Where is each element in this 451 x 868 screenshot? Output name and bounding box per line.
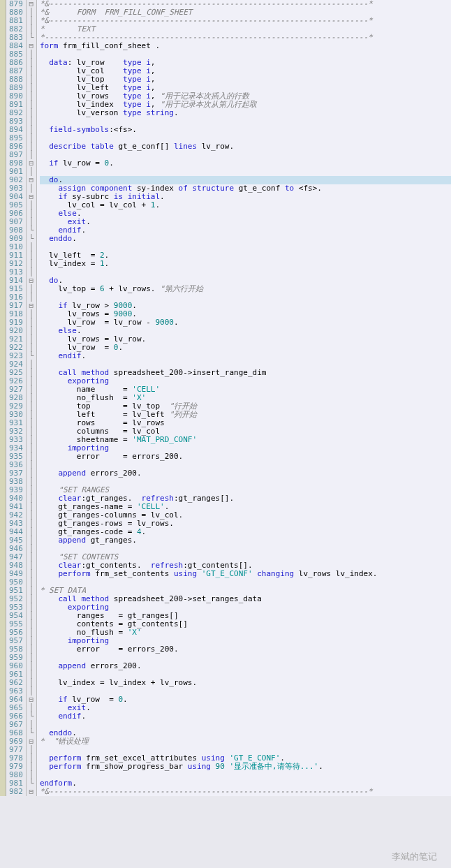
code-line[interactable] bbox=[40, 578, 451, 587]
code-line[interactable]: append gt_ranges. bbox=[40, 536, 451, 545]
code-line[interactable]: form frm_fill_conf_sheet . bbox=[40, 42, 451, 50]
left-bar bbox=[0, 0, 6, 796]
code-line[interactable]: lv_row = 0. bbox=[40, 344, 451, 352]
code-line[interactable]: error = errors_200. bbox=[40, 645, 451, 654]
code-line[interactable]: lv_top = 6 + lv_rows. "第六行开始 bbox=[40, 285, 451, 293]
code-area[interactable]: *&--------------------------------------… bbox=[37, 0, 451, 796]
code-line[interactable]: *&--------------------------------------… bbox=[40, 788, 451, 796]
code-line[interactable]: enddo. bbox=[40, 235, 451, 243]
code-line[interactable]: enddo. bbox=[40, 729, 451, 737]
code-line[interactable] bbox=[40, 168, 451, 176]
code-line[interactable] bbox=[40, 721, 451, 729]
code-line[interactable]: describe table gt_e_conf[] lines lv_row. bbox=[40, 142, 451, 151]
code-line[interactable]: append errors_200. bbox=[40, 469, 451, 478]
code-line[interactable]: *&--------------------------------------… bbox=[40, 17, 451, 25]
code-line[interactable]: lv_verson type string. bbox=[40, 109, 451, 117]
line-number: 982 bbox=[9, 788, 23, 796]
fold-marker[interactable]: ⊟ bbox=[27, 788, 36, 796]
code-line[interactable]: perform frm_show_progress_bar using 90 '… bbox=[40, 763, 451, 771]
code-line[interactable]: exit. bbox=[40, 218, 451, 226]
code-line[interactable]: field-symbols:<fs>. bbox=[40, 126, 451, 134]
code-line[interactable]: endif. bbox=[40, 712, 451, 721]
line-number-gutter: 8798808818828838848858868878888898908918… bbox=[6, 0, 27, 796]
code-line[interactable]: endif. bbox=[40, 352, 451, 360]
code-line[interactable]: lv_row = lv_row - 9000. bbox=[40, 318, 451, 327]
code-line[interactable]: endif. bbox=[40, 226, 451, 235]
code-line[interactable] bbox=[40, 268, 451, 277]
code-line[interactable]: lv_index = 1. bbox=[40, 260, 451, 268]
code-line[interactable]: lv_index = lv_index + lv_rows. bbox=[40, 679, 451, 687]
code-line[interactable]: if lv_row = 0. bbox=[40, 696, 451, 704]
code-line[interactable]: perform frm_set_contents using 'GT_E_CON… bbox=[40, 570, 451, 578]
code-line[interactable]: error = errors_200. bbox=[40, 453, 451, 461]
fold-gutter[interactable]: ⊟│││└⊟│││││││││││││⊟│⊟│⊟│││└└││││⊟││⊟│││… bbox=[27, 0, 37, 796]
code-line[interactable] bbox=[40, 771, 451, 779]
code-line[interactable]: else. bbox=[40, 209, 451, 218]
code-line[interactable]: exit. bbox=[40, 704, 451, 712]
code-line[interactable]: lv_col = lv_col + 1. bbox=[40, 201, 451, 209]
code-line[interactable]: * "错误处理 bbox=[40, 737, 451, 746]
editor: 8798808818828838848858868878888898908918… bbox=[0, 0, 451, 796]
code-line[interactable]: append errors_200. bbox=[40, 662, 451, 670]
code-line[interactable]: if lv_row = 0. bbox=[40, 159, 451, 168]
